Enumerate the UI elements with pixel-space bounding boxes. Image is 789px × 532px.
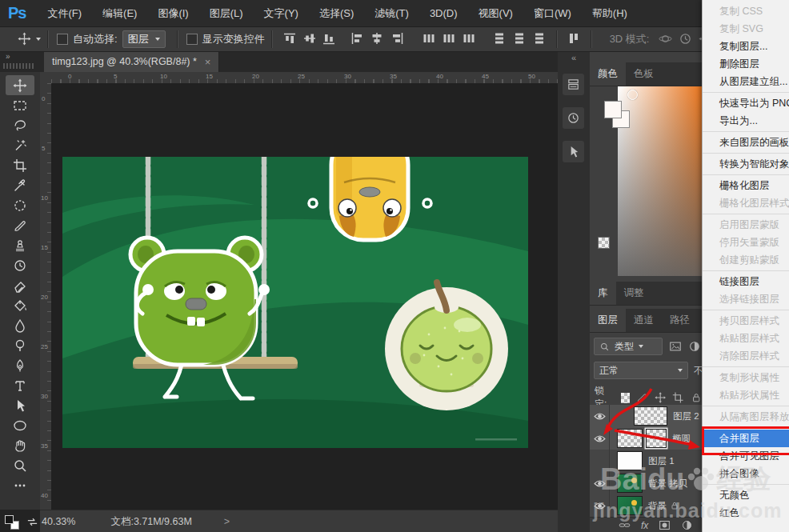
color-picker-gradient[interactable] (618, 86, 702, 276)
toolbar-grip[interactable] (3, 63, 35, 69)
menu-filter[interactable]: 滤镜(T) (364, 6, 419, 21)
distribute-bottom-icon[interactable] (462, 32, 475, 46)
ruler-origin-corner[interactable] (40, 72, 52, 84)
context-item-convert-smart-object[interactable]: 转换为智能对象 (703, 155, 789, 173)
move-tool-icon[interactable] (18, 32, 31, 46)
document-tab[interactable]: timg123.jpg @ 40.3%(RGB/8#) * × (44, 51, 219, 72)
expand-panels-icon[interactable]: « (558, 53, 590, 62)
context-item-export-as[interactable]: 导出为... (703, 112, 789, 130)
lock-transparency-icon[interactable] (621, 393, 631, 403)
tool-dodge[interactable] (6, 335, 34, 355)
menu-file[interactable]: 文件(F) (37, 6, 92, 21)
tool-preset-caret-icon[interactable] (36, 38, 41, 41)
tool-ellipse-shape[interactable] (6, 415, 34, 435)
layer-row-bg-copy[interactable]: 背景 拷贝 (590, 472, 702, 495)
layer-row-ellipse[interactable]: 椭圆 (590, 427, 702, 450)
align-right-icon[interactable] (390, 32, 404, 46)
menu-3d[interactable]: 3D(D) (419, 7, 468, 19)
tool-zoom[interactable] (6, 455, 34, 475)
status-expand-icon[interactable]: > (224, 516, 230, 527)
align-vertical-center-icon[interactable] (302, 32, 316, 46)
layer-name[interactable]: 椭圆 (672, 433, 691, 445)
context-item-rasterize-layer[interactable]: 栅格化图层 (703, 177, 789, 194)
menu-type[interactable]: 文字(Y) (254, 6, 309, 21)
layer-filter-dropdown[interactable]: 类型 (594, 338, 663, 355)
layer-row-1[interactable]: 图层 1 (590, 450, 702, 473)
menu-edit[interactable]: 编辑(E) (92, 6, 147, 21)
layer-thumbnail[interactable] (634, 406, 667, 426)
show-transform-checkbox[interactable] (186, 34, 198, 45)
context-item-flatten-image[interactable]: 拼合图像 (703, 465, 789, 482)
layer-name[interactable]: 图层 1 (648, 455, 675, 467)
tool-pen[interactable] (6, 355, 34, 375)
tab-channels[interactable]: 通道 (626, 309, 662, 332)
blend-mode-dropdown[interactable]: 正常 (594, 362, 688, 379)
tool-history-brush[interactable] (6, 255, 34, 275)
menu-window[interactable]: 窗口(W) (523, 6, 582, 21)
tool-type[interactable] (6, 375, 34, 395)
swap-colors-icon[interactable] (26, 516, 38, 528)
color-picker-cursor[interactable] (627, 90, 638, 100)
auto-select-checkbox[interactable] (57, 34, 68, 45)
layer-name[interactable]: 图层 2 (673, 410, 699, 422)
tab-layers[interactable]: 图层 (590, 309, 626, 332)
tool-move[interactable] (6, 75, 34, 95)
align-bottom-icon[interactable] (322, 32, 336, 46)
link-layers-icon[interactable] (619, 519, 631, 531)
distribute-left-icon[interactable] (493, 32, 507, 46)
layer-visibility-toggle[interactable] (590, 405, 610, 427)
distribute-vertical-center-icon[interactable] (442, 32, 455, 46)
pasteboard[interactable] (51, 83, 558, 510)
new-adjustment-layer-icon[interactable] (681, 519, 693, 531)
layer-name[interactable]: 背景 拷贝 (648, 478, 687, 490)
layer-name[interactable]: 背景 (648, 500, 667, 512)
tool-clone-stamp[interactable] (6, 235, 34, 255)
tab-paths[interactable]: 路径 (662, 309, 698, 332)
transparency-swatch[interactable] (598, 237, 610, 249)
auto-select-dropdown[interactable]: 图层 (122, 30, 166, 48)
layer-style-fx-icon[interactable]: fx (641, 520, 648, 531)
tool-eraser[interactable] (6, 275, 34, 295)
context-item-red[interactable]: 红色 (703, 504, 789, 522)
layer-thumbnail[interactable] (617, 496, 643, 515)
align-left-icon[interactable] (350, 32, 364, 46)
distribute-horizontal-center-icon[interactable] (513, 32, 527, 46)
menu-view[interactable]: 视图(V) (468, 6, 523, 21)
tool-paint-bucket[interactable] (6, 295, 34, 315)
lock-pixels-icon[interactable] (636, 391, 647, 404)
tab-swatches[interactable]: 色板 (626, 62, 662, 86)
context-item-no-color[interactable]: 无颜色 (703, 486, 789, 504)
3d-orbit-icon[interactable] (659, 32, 672, 46)
distribute-top-icon[interactable] (422, 32, 435, 46)
tool-eyedropper[interactable] (6, 175, 34, 195)
tool-brush[interactable] (6, 215, 34, 235)
align-horizontal-center-icon[interactable] (370, 32, 384, 46)
filter-kind-image-icon[interactable] (669, 340, 682, 353)
collapsed-panel-icon-properties[interactable] (563, 74, 584, 95)
layer-thumbnail[interactable] (617, 451, 643, 470)
canvas-artwork[interactable] (62, 157, 528, 448)
context-item-duplicate-layer[interactable]: 复制图层... (703, 38, 789, 55)
context-item-link-layers[interactable]: 链接图层 (703, 273, 789, 290)
context-item-quick-export-png[interactable]: 快速导出为 PNG (703, 94, 789, 112)
layer-visibility-toggle[interactable] (590, 450, 610, 472)
layer-visibility-toggle[interactable] (590, 494, 610, 517)
tool-crop[interactable] (6, 155, 34, 175)
tool-more-options[interactable] (6, 475, 34, 495)
layer-visibility-toggle[interactable] (590, 427, 610, 450)
tool-hand[interactable] (6, 435, 34, 455)
tab-adjustments[interactable]: 调整 (616, 282, 652, 305)
foreground-color-swatch[interactable] (604, 101, 622, 118)
filter-kind-adjustment-icon[interactable] (688, 340, 701, 353)
tool-spot-healing[interactable] (6, 195, 34, 215)
toolbar-expand-icon[interactable]: » (6, 52, 9, 61)
layer-thumbnail[interactable] (617, 429, 643, 448)
context-item-group-from-layers[interactable]: 从图层建立组... (703, 73, 789, 90)
layer-visibility-toggle[interactable] (590, 472, 610, 494)
lock-artboard-icon[interactable] (672, 391, 683, 404)
menu-select[interactable]: 选择(S) (309, 6, 364, 21)
menu-help[interactable]: 帮助(H) (582, 6, 638, 21)
context-item-delete-layer[interactable]: 删除图层 (703, 55, 789, 73)
tool-rect-marquee[interactable] (6, 95, 34, 115)
lock-position-icon[interactable] (655, 391, 666, 404)
